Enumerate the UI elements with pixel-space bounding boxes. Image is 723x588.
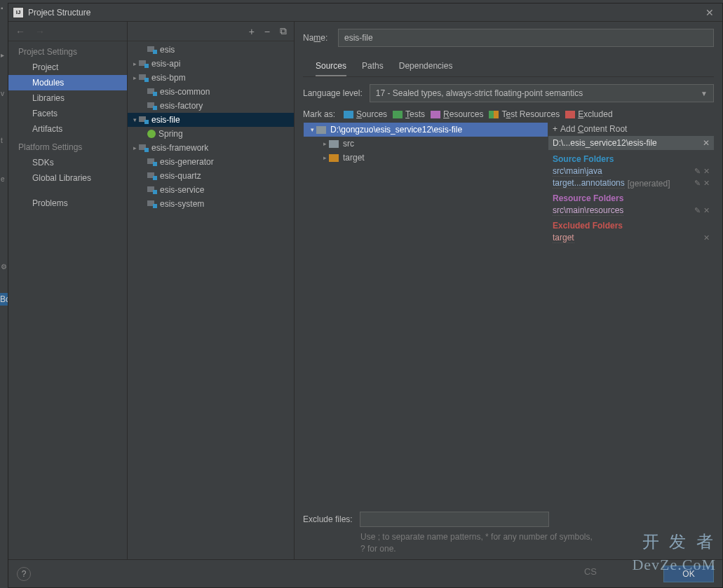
remove-icon[interactable]: ✕	[703, 167, 710, 176]
back-icon[interactable]: ←	[15, 26, 25, 37]
edit-icon[interactable]: ✎	[694, 179, 701, 188]
language-level-label: Language level:	[303, 88, 363, 98]
help-button[interactable]: ?	[17, 567, 31, 581]
gutter-bookmark: Bo	[0, 293, 8, 306]
sources-color-icon	[344, 111, 353, 118]
source-folders-header: Source Folders	[548, 150, 714, 165]
module-icon	[139, 116, 149, 124]
gutter-icon: ▪	[0, 3, 8, 13]
mark-tests[interactable]: Tests	[393, 109, 425, 119]
exclude-files-input[interactable]	[360, 512, 549, 527]
mark-sources[interactable]: Sources	[344, 109, 387, 119]
module-item-selected[interactable]: esis-file	[128, 113, 294, 127]
dialog-title: Project Structure	[28, 8, 90, 18]
tab-dependencies[interactable]: Dependencies	[399, 57, 453, 76]
module-child-spring[interactable]: Spring	[128, 127, 294, 141]
module-icon	[147, 102, 157, 110]
spring-icon	[147, 130, 156, 138]
mark-test-resources[interactable]: Test Resources	[489, 109, 560, 119]
mark-as-label: Mark as:	[303, 109, 335, 119]
module-item[interactable]: esis-framework	[128, 141, 294, 155]
module-item[interactable]: esis-generator	[128, 155, 294, 169]
resource-folders-header: Resource Folders	[548, 189, 714, 205]
excluded-folder-item[interactable]: target✕	[548, 232, 714, 244]
source-tree[interactable]: D:\gongzuo\esis_service12\esis-file src …	[303, 122, 548, 507]
tab-paths[interactable]: Paths	[362, 57, 384, 76]
mark-resources[interactable]: Resources	[431, 109, 483, 119]
source-folder-src[interactable]: src	[304, 137, 548, 151]
tab-sources[interactable]: Sources	[316, 57, 346, 76]
remove-module-icon[interactable]: −	[264, 26, 270, 37]
module-detail-panel: Name: Sources Paths Dependencies Languag…	[295, 22, 722, 559]
mark-excluded[interactable]: Excluded	[565, 109, 612, 119]
resources-color-icon	[431, 111, 440, 118]
folder-icon	[316, 126, 326, 134]
nav-history-toolbar: ← →	[8, 22, 127, 41]
module-tree[interactable]: esis esis-api esis-bpm esis-common esis-…	[128, 41, 294, 559]
module-name-input[interactable]	[338, 29, 714, 47]
folder-icon	[329, 140, 339, 148]
ok-button[interactable]: OK	[663, 566, 714, 582]
chevron-down-icon: ▼	[701, 90, 708, 97]
source-root-header[interactable]: D:\gongzuo\esis_service12\esis-file	[304, 123, 548, 137]
module-icon	[139, 144, 149, 152]
forward-icon: →	[35, 26, 45, 37]
module-item[interactable]: esis-bpm	[128, 71, 294, 85]
add-content-root-button[interactable]: +Add Content Root	[548, 122, 714, 136]
gutter-settings-icon: ⚙	[0, 261, 8, 272]
module-icon	[147, 88, 157, 96]
source-folder-item[interactable]: src\main\java✎✕	[548, 165, 714, 177]
module-icon	[147, 172, 157, 180]
project-structure-dialog: IJ Project Structure ✕ ← → Project Setti…	[8, 3, 723, 588]
resource-folder-item[interactable]: src\main\resources✎✕	[548, 205, 714, 217]
content-root-path[interactable]: D:\...esis_service12\esis-file✕	[548, 136, 714, 150]
gutter-icon: e	[0, 174, 8, 184]
close-icon[interactable]: ✕	[701, 7, 718, 18]
nav-global-libraries[interactable]: Global Libraries	[8, 170, 127, 186]
nav-problems[interactable]: Problems	[8, 196, 127, 211]
module-icon	[147, 158, 157, 166]
remove-icon[interactable]: ✕	[703, 206, 710, 215]
gutter-icon: t	[0, 135, 8, 146]
source-folder-target[interactable]: target	[304, 151, 548, 165]
plus-icon: +	[553, 124, 558, 134]
excluded-color-icon	[565, 111, 575, 118]
module-item[interactable]: esis-factory	[128, 99, 294, 113]
remove-root-icon[interactable]: ✕	[703, 138, 710, 148]
section-project-settings: Project Settings	[8, 44, 127, 60]
name-label: Name:	[303, 33, 338, 43]
add-module-icon[interactable]: +	[249, 26, 255, 37]
excluded-folders-header: Excluded Folders	[548, 217, 714, 232]
edit-icon[interactable]: ✎	[694, 167, 701, 176]
nav-sdks[interactable]: SDKs	[8, 155, 127, 170]
module-item[interactable]: esis-common	[128, 85, 294, 99]
module-item[interactable]: esis-quartz	[128, 169, 294, 183]
left-sidebar: ← → Project Settings Project Modules Lib…	[8, 22, 128, 559]
nav-libraries[interactable]: Libraries	[8, 90, 127, 106]
module-icon	[147, 46, 157, 54]
module-item[interactable]: esis-system	[128, 197, 294, 211]
module-item[interactable]: esis-service	[128, 183, 294, 197]
app-icon: IJ	[13, 7, 24, 18]
content-roots-panel: +Add Content Root D:\...esis_service12\e…	[548, 122, 714, 507]
gutter-icon: ▸	[0, 50, 8, 60]
module-root[interactable]: esis	[128, 43, 294, 57]
gutter-icon: v	[0, 88, 8, 99]
language-level-select[interactable]: 17 - Sealed types, always-strict floatin…	[370, 84, 714, 102]
nav-artifacts[interactable]: Artifacts	[8, 121, 127, 137]
copy-module-icon[interactable]: ⧉	[280, 25, 287, 37]
section-platform-settings: Platform Settings	[8, 139, 127, 155]
nav-modules[interactable]: Modules	[8, 75, 127, 90]
module-item[interactable]: esis-api	[128, 57, 294, 71]
module-icon	[139, 60, 149, 68]
module-icon	[147, 200, 157, 208]
nav-facets[interactable]: Facets	[8, 106, 127, 121]
remove-icon[interactable]: ✕	[703, 233, 710, 242]
nav-project[interactable]: Project	[8, 60, 127, 75]
edit-icon[interactable]: ✎	[694, 206, 701, 215]
folder-icon	[329, 154, 339, 162]
module-tabs: Sources Paths Dependencies	[303, 57, 714, 77]
source-folder-item[interactable]: target...annotations[generated]✎✕	[548, 177, 714, 189]
remove-icon[interactable]: ✕	[703, 179, 710, 188]
exclude-hint: Use ; to separate name patterns, * for a…	[303, 531, 597, 559]
